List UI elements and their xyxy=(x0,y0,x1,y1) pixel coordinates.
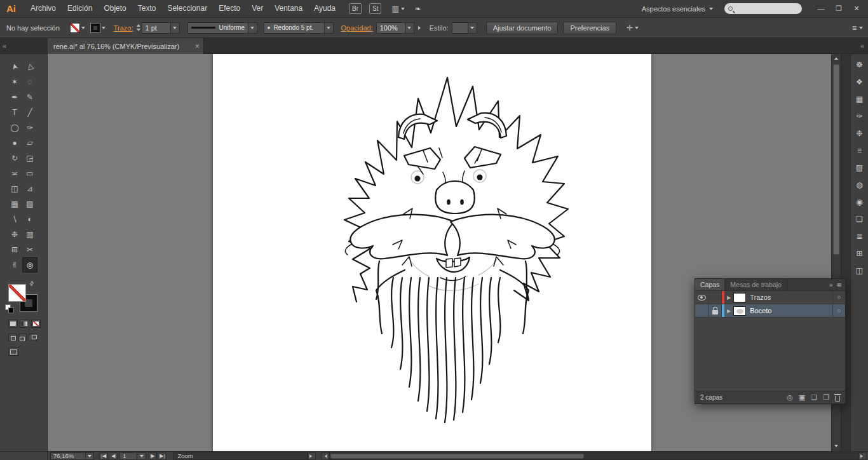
preferences-button[interactable]: Preferencias xyxy=(563,22,616,34)
shape-builder-tool[interactable]: ◫ xyxy=(7,181,22,196)
zoom-level-field[interactable]: 76,16% xyxy=(50,452,86,460)
opacity-dropdown-button[interactable] xyxy=(405,22,414,34)
artboard-tool[interactable]: ⊞ xyxy=(7,242,22,257)
appearance-panel-icon[interactable]: ◉ xyxy=(851,195,868,209)
collapse-tool-panel-button[interactable]: « xyxy=(3,41,6,50)
stock-button[interactable]: St xyxy=(369,3,381,14)
restore-button[interactable]: ❐ xyxy=(830,0,848,17)
lock-toggle[interactable] xyxy=(709,291,722,304)
color-button[interactable] xyxy=(8,320,18,328)
layer-target-icon[interactable]: ○ xyxy=(832,304,845,317)
expand-triangle-icon[interactable]: ▶ xyxy=(727,308,731,314)
color-guide-panel-icon[interactable]: ❖ xyxy=(851,75,868,89)
horizontal-scrollbar-thumb[interactable] xyxy=(330,454,584,459)
menu-archivo[interactable]: Archivo xyxy=(25,0,62,17)
control-bar-menu-button[interactable]: ≡ xyxy=(852,24,863,32)
bridge-button[interactable]: Br xyxy=(349,3,362,14)
panel-options-button[interactable]: ✛ xyxy=(627,24,639,32)
brush-definition-dropdown[interactable]: ●Redondo 5 pt. xyxy=(264,22,325,34)
stroke-panel-icon[interactable]: ≡ xyxy=(851,144,868,158)
gradient-panel-icon[interactable]: ▨ xyxy=(851,161,868,175)
menu-texto[interactable]: Texto xyxy=(132,0,162,17)
mesh-tool[interactable]: ▦ xyxy=(7,196,22,212)
delete-layer-icon[interactable] xyxy=(835,396,840,402)
draw-behind-icon[interactable] xyxy=(18,334,27,341)
layer-row-boceto[interactable]: ▶ Boceto ○ xyxy=(695,304,845,318)
fill-color-well[interactable] xyxy=(8,284,26,302)
menu-ayuda[interactable]: Ayuda xyxy=(308,0,341,17)
new-layer-icon[interactable]: ❐ xyxy=(823,393,829,402)
brush-definition-dropdown-button[interactable] xyxy=(325,22,334,34)
lock-toggle[interactable] xyxy=(709,304,722,317)
column-graph-tool[interactable]: ▥ xyxy=(22,227,37,242)
color-panel-icon[interactable]: ☸ xyxy=(851,58,868,72)
line-segment-tool[interactable]: ╱ xyxy=(22,105,37,120)
artboard-dropdown-button[interactable] xyxy=(138,452,146,460)
pen-tool[interactable]: ✒ xyxy=(7,90,22,105)
artboards-panel-icon[interactable]: ⊞ xyxy=(851,247,868,260)
clipping-mask-icon[interactable]: ▣ xyxy=(799,393,805,402)
selection-tool[interactable]: ➤ xyxy=(5,57,24,76)
free-transform-tool[interactable]: ▭ xyxy=(22,166,37,181)
tab-capas[interactable]: Capas xyxy=(695,279,725,290)
close-button[interactable]: ✕ xyxy=(848,0,865,17)
stroke-weight-dropdown-button[interactable] xyxy=(171,22,180,34)
scroll-down-button[interactable] xyxy=(832,442,841,451)
zoom-tool[interactable]: ◎ xyxy=(22,257,37,273)
symbols-panel-icon[interactable]: ❉ xyxy=(851,126,868,140)
menu-seleccionar[interactable]: Seleccionar xyxy=(161,0,213,17)
vertical-scrollbar-thumb[interactable] xyxy=(833,64,839,255)
menu-edicion[interactable]: Edición xyxy=(62,0,98,17)
lasso-tool[interactable]: ◌ xyxy=(22,74,37,90)
transparency-panel-icon[interactable]: ◍ xyxy=(851,178,868,192)
horizontal-scrollbar[interactable] xyxy=(321,452,867,460)
minimize-button[interactable]: — xyxy=(812,0,830,17)
scroll-up-button[interactable] xyxy=(832,54,841,63)
next-artboard-button[interactable]: ▶ xyxy=(148,452,157,460)
symbol-sprayer-tool[interactable]: ❉ xyxy=(7,227,22,242)
stroke-weight-stepper[interactable] xyxy=(137,22,140,33)
opacity-field[interactable]: 100% xyxy=(376,22,405,34)
cs-live-icon[interactable]: ❧ xyxy=(415,4,421,13)
swatches-panel-icon[interactable]: ▦ xyxy=(851,92,868,106)
width-tool[interactable]: ≍ xyxy=(7,166,22,181)
pencil-tool[interactable]: ✎ xyxy=(22,90,37,105)
direct-selection-tool[interactable]: ▷ xyxy=(20,57,39,76)
visibility-toggle[interactable] xyxy=(695,304,709,317)
fill-color-dropdown[interactable] xyxy=(70,23,85,33)
previous-artboard-button[interactable]: ◀ xyxy=(109,452,118,460)
screen-mode-button[interactable] xyxy=(8,348,19,356)
layer-target-icon[interactable]: ○ xyxy=(832,291,845,304)
stroke-panel-link[interactable]: Trazo: xyxy=(114,24,133,32)
search-input[interactable] xyxy=(736,5,794,13)
stroke-color-dropdown[interactable] xyxy=(90,23,105,33)
draw-normal-icon[interactable] xyxy=(8,334,17,341)
tab-close-icon[interactable]: × xyxy=(195,42,200,51)
stroke-weight-field[interactable]: 1 pt xyxy=(142,22,171,34)
brushes-panel-icon[interactable]: ✑ xyxy=(851,109,868,123)
navigator-panel-icon[interactable]: ◫ xyxy=(851,264,868,278)
panel-collapse-icon[interactable]: » xyxy=(829,281,833,288)
width-profile-dropdown-button[interactable] xyxy=(248,22,257,34)
perspective-grid-tool[interactable]: ⊿ xyxy=(22,181,37,196)
tab-mesas-de-trabajo[interactable]: Mesas de trabajo xyxy=(725,279,787,290)
ellipse-tool[interactable]: ◯ xyxy=(7,120,22,135)
panel-menu-icon[interactable]: ≣ xyxy=(837,281,842,288)
none-button[interactable] xyxy=(31,320,41,328)
style-dropdown-button[interactable] xyxy=(468,22,477,34)
blend-tool[interactable]: ◐ xyxy=(22,212,37,227)
swap-fill-stroke-icon[interactable]: ⇄ xyxy=(28,280,36,287)
menu-efecto[interactable]: Efecto xyxy=(213,0,246,17)
graphic-styles-panel-icon[interactable]: ❏ xyxy=(851,212,868,226)
style-dropdown[interactable] xyxy=(452,22,468,34)
expand-triangle-icon[interactable]: ▶ xyxy=(727,295,731,301)
visibility-toggle[interactable] xyxy=(695,291,709,304)
scale-tool[interactable]: ◲ xyxy=(22,151,37,166)
fit-document-button[interactable]: Ajustar documento xyxy=(486,22,559,34)
document-tab[interactable]: rene.ai* al 76,16% (CMYK/Previsualizar) … xyxy=(48,38,204,54)
scroll-left-button[interactable] xyxy=(321,452,329,460)
artboard[interactable] xyxy=(213,54,651,451)
scroll-right-button[interactable] xyxy=(858,452,867,460)
search-box[interactable] xyxy=(724,3,802,14)
collapse-dock-button[interactable]: « xyxy=(860,41,864,50)
